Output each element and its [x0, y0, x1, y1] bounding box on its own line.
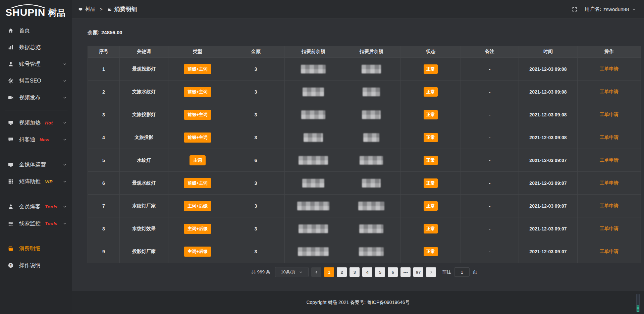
row-remark: - — [461, 172, 519, 195]
page-button[interactable]: 3 — [350, 267, 360, 277]
page-size-select[interactable]: 10条/页 — [275, 267, 309, 277]
masked-balance-after — [362, 65, 381, 73]
row-seq: 5 — [88, 149, 120, 172]
chevron-down-icon — [63, 121, 67, 125]
work-order-link[interactable]: 工单申请 — [600, 180, 619, 186]
sidebar-item[interactable]: 矩阵助推VIP — [0, 173, 72, 190]
page-button[interactable]: 1 — [324, 267, 334, 277]
menu-divider — [5, 152, 67, 152]
row-keyword: 投影灯厂家 — [120, 240, 168, 263]
row-time: 2021-12-03 09:07 — [519, 240, 578, 263]
page-button[interactable]: 97 — [413, 267, 423, 277]
user-label: 用户名: — [585, 6, 601, 12]
row-seq: 1 — [88, 58, 120, 81]
table-row: 6景观水纹灯前缀+主词3正常-2021-12-03 09:07工单申请 — [88, 172, 641, 195]
page-button[interactable]: 4 — [362, 267, 372, 277]
sidebar-item-label: 全媒体运营 — [19, 161, 46, 168]
breadcrumb-current: 消费明细 — [114, 5, 137, 13]
chevron-down-icon — [63, 205, 67, 209]
sidebar-item-label: 矩阵助推 — [19, 178, 41, 185]
fullscreen-icon[interactable] — [572, 7, 577, 12]
sidebar-item-badge: Tools — [45, 221, 57, 226]
row-remark: - — [461, 58, 519, 81]
goto-label: 前往 — [442, 269, 451, 275]
user-menu[interactable]: 用户名: zswodun88 — [585, 6, 636, 12]
logo-arc — [9, 4, 47, 8]
breadcrumb-root[interactable]: 树品 — [85, 6, 95, 12]
column-header: 操作 — [578, 46, 641, 58]
work-order-link[interactable]: 工单申请 — [600, 226, 619, 232]
page-button[interactable]: 5 — [375, 267, 385, 277]
sidebar-item[interactable]: 线索监控Tools — [0, 215, 72, 232]
goto-page: 前往 页 — [442, 267, 477, 277]
sidebar-item[interactable]: 首页 — [0, 22, 72, 39]
page-buttons: 123456•••97 — [324, 267, 423, 277]
masked-balance-after — [359, 224, 383, 233]
masked-balance-before — [297, 202, 329, 210]
app-logo[interactable]: SHUPIN 树品 — [0, 0, 72, 21]
column-header: 扣费前余额 — [285, 46, 342, 58]
row-time: 2021-12-03 09:08 — [519, 81, 578, 103]
table-body: 1景观投影灯前缀+主词3正常-2021-12-03 09:08工单申请2文旅水纹… — [88, 58, 641, 263]
sidebar-item-label: 消费明细 — [19, 245, 41, 252]
sidebar-item[interactable]: ?操作说明 — [0, 257, 72, 274]
column-header: 序号 — [88, 46, 120, 58]
sidebar-item[interactable]: 抖客通New — [0, 131, 72, 148]
row-keyword: 文旅水纹灯 — [120, 81, 168, 103]
prev-page-button[interactable] — [311, 267, 321, 277]
sidebar-item[interactable]: 消费明细 — [0, 240, 72, 257]
row-remark: - — [461, 81, 519, 103]
row-remark: - — [461, 195, 519, 217]
chevron-down-icon — [632, 7, 636, 11]
row-keyword: 水纹灯厂家 — [120, 195, 168, 217]
monitor-play-icon — [7, 119, 14, 126]
sliders-icon — [7, 220, 14, 227]
sidebar-item[interactable]: 数据总览 — [0, 39, 72, 56]
work-order-link[interactable]: 工单申请 — [600, 135, 619, 141]
work-order-link[interactable]: 工单申请 — [600, 249, 619, 255]
main-content: 余额:24856.00 序号关键词类型金额扣费前余额扣费后余额状态备注时间操作 … — [72, 19, 644, 291]
masked-balance-after — [362, 179, 381, 188]
masked-balance-after — [359, 247, 384, 256]
goto-page-input[interactable] — [454, 267, 470, 277]
row-seq: 9 — [88, 240, 120, 263]
row-keyword: 景观水纹灯 — [120, 172, 168, 195]
widget-stripes — [637, 305, 639, 312]
menu-divider — [5, 110, 67, 110]
masked-balance-after — [358, 202, 384, 210]
page-ellipsis[interactable]: ••• — [400, 267, 411, 277]
sidebar-item[interactable]: 账号管理 — [0, 56, 72, 72]
sidebar-item[interactable]: 会员爆客Tools — [0, 198, 72, 215]
sidebar-item-label: 视频发布 — [19, 94, 41, 101]
page-button[interactable]: 2 — [337, 267, 347, 277]
work-order-link[interactable]: 工单申请 — [600, 66, 619, 72]
sidebar-item[interactable]: 视频发布 — [0, 89, 72, 106]
table-row: 5水纹灯主词6正常-2021-12-03 09:07工单申请 — [88, 149, 641, 172]
pagination: 共 969 条 10条/页 123456•••97 前往 页 — [88, 267, 641, 277]
sidebar-item-label: 抖音SEO — [19, 77, 41, 85]
work-order-link[interactable]: 工单申请 — [600, 157, 619, 163]
sidebar-item-badge: Tools — [45, 204, 57, 209]
status-badge: 正常 — [424, 247, 438, 256]
sidebar-item[interactable]: 全媒体运营 — [0, 156, 72, 173]
gear-icon — [7, 77, 14, 84]
grid-icon — [7, 178, 14, 185]
sidebar-item-label: 操作说明 — [19, 262, 41, 269]
sidebar-item-badge: VIP — [45, 179, 53, 184]
sidebar-item[interactable]: 抖音SEO — [0, 72, 72, 89]
work-order-link[interactable]: 工单申请 — [600, 112, 619, 118]
table-row: 3文旅投影灯前缀+主词3正常-2021-12-03 09:08工单申请 — [88, 103, 641, 126]
page-size-value: 10条/页 — [281, 269, 296, 275]
type-badge: 主词+后缀 — [184, 247, 211, 257]
row-remark: - — [461, 103, 519, 126]
sidebar-item[interactable]: 视频加热Hot — [0, 114, 72, 131]
sidebar-item-label: 首页 — [19, 27, 30, 34]
chevron-down-icon — [63, 163, 67, 167]
page-button[interactable]: 6 — [388, 267, 398, 277]
row-amount: 3 — [227, 58, 285, 81]
work-order-link[interactable]: 工单申请 — [600, 203, 619, 209]
next-page-button[interactable] — [426, 267, 436, 277]
column-header: 扣费后余额 — [342, 46, 401, 58]
work-order-link[interactable]: 工单申请 — [600, 89, 619, 95]
masked-balance-before — [302, 179, 324, 188]
